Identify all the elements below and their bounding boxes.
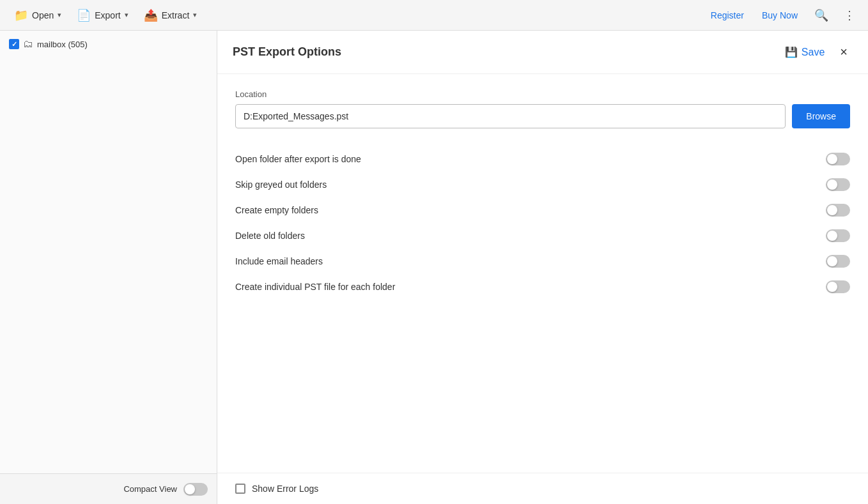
toolbar: 📁 Open ▾ 📄 Export ▾ 📤 Extract ▾ Register…	[0, 0, 868, 31]
search-icon: 🔍	[814, 9, 828, 22]
toggle-open-folder[interactable]	[826, 153, 850, 165]
export-icon: 📄	[77, 8, 91, 22]
location-label: Location	[235, 89, 850, 99]
option-label-open-folder: Open folder after export is done	[235, 154, 361, 164]
toggle-create-empty[interactable]	[826, 204, 850, 217]
more-options-button[interactable]: ⋮	[839, 4, 860, 26]
close-button[interactable]: ×	[835, 42, 853, 62]
toggle-open-folder-knob	[827, 154, 837, 164]
toggle-include-email-headers-knob	[827, 256, 837, 266]
extract-button[interactable]: 📤 Extract ▾	[137, 4, 204, 26]
main-area: 🗂 mailbox (505) Compact View PST Export …	[0, 31, 868, 504]
export-button[interactable]: 📄 Export ▾	[70, 4, 134, 26]
browse-button[interactable]: Browse	[792, 104, 850, 128]
location-row: Browse	[235, 104, 850, 128]
toggle-skip-greyed[interactable]	[826, 178, 850, 191]
option-row-open-folder: Open folder after export is done	[235, 146, 850, 172]
extract-chevron-icon: ▾	[193, 11, 197, 19]
tree-item-mailbox[interactable]: 🗂 mailbox (505)	[5, 36, 212, 52]
sidebar-bottom: Compact View	[0, 473, 217, 504]
option-row-delete-old: Delete old folders	[235, 223, 850, 248]
toggle-delete-old[interactable]	[826, 229, 850, 242]
open-button[interactable]: 📁 Open ▾	[8, 4, 68, 26]
toggle-include-email-headers[interactable]	[826, 255, 850, 268]
open-icon: 📁	[14, 8, 28, 22]
toolbar-right: Register Buy Now 🔍 ⋮	[704, 4, 860, 26]
compact-view-toggle-knob	[185, 484, 195, 494]
panel-header-actions: 💾 Save ×	[780, 42, 853, 62]
open-chevron-icon: ▾	[58, 11, 61, 19]
option-row-include-email-headers: Include email headers	[235, 248, 850, 274]
option-label-include-email-headers: Include email headers	[235, 256, 323, 266]
option-row-create-individual-pst: Create individual PST file for each fold…	[235, 274, 850, 300]
toggle-create-individual-pst-knob	[827, 282, 837, 292]
export-label: Export	[95, 10, 120, 20]
register-button[interactable]: Register	[704, 6, 750, 24]
sidebar-content: 🗂 mailbox (505)	[0, 31, 217, 473]
option-row-skip-greyed: Skip greyed out folders	[235, 172, 850, 197]
tree-item-checkbox[interactable]	[9, 39, 19, 49]
toggle-skip-greyed-knob	[827, 179, 837, 190]
export-chevron-icon: ▾	[125, 11, 128, 19]
toggle-create-empty-knob	[827, 205, 837, 215]
mailbox-icon: 🗂	[23, 38, 33, 50]
option-label-skip-greyed: Skip greyed out folders	[235, 179, 327, 190]
tree-item-label: mailbox (505)	[37, 40, 88, 49]
panel-header: PST Export Options 💾 Save ×	[217, 31, 868, 74]
show-error-logs-checkbox[interactable]	[235, 484, 245, 494]
option-label-create-empty: Create empty folders	[235, 205, 318, 215]
search-button[interactable]: 🔍	[809, 4, 833, 26]
sidebar: 🗂 mailbox (505) Compact View	[0, 31, 217, 504]
open-label: Open	[32, 10, 54, 20]
option-row-create-empty: Create empty folders	[235, 197, 850, 223]
option-label-delete-old: Delete old folders	[235, 231, 305, 241]
toggle-delete-old-knob	[827, 231, 837, 241]
more-options-icon: ⋮	[844, 9, 855, 22]
extract-icon: 📤	[144, 8, 158, 22]
compact-view-toggle[interactable]	[183, 483, 208, 496]
panel-title: PST Export Options	[233, 45, 341, 59]
save-button[interactable]: 💾 Save	[780, 43, 830, 61]
panel-body: Location Browse Open folder after export…	[217, 74, 868, 473]
toggle-create-individual-pst[interactable]	[826, 280, 850, 293]
extract-label: Extract	[162, 10, 190, 20]
buy-now-button[interactable]: Buy Now	[756, 6, 804, 24]
panel: PST Export Options 💾 Save × Location Bro…	[217, 31, 868, 504]
panel-bottom: Show Error Logs	[217, 473, 868, 504]
show-error-logs-label[interactable]: Show Error Logs	[252, 484, 318, 494]
option-label-create-individual-pst: Create individual PST file for each fold…	[235, 282, 395, 292]
compact-view-label: Compact View	[123, 484, 177, 494]
location-input[interactable]	[235, 104, 786, 128]
save-label: Save	[802, 47, 825, 58]
save-icon: 💾	[785, 46, 798, 58]
